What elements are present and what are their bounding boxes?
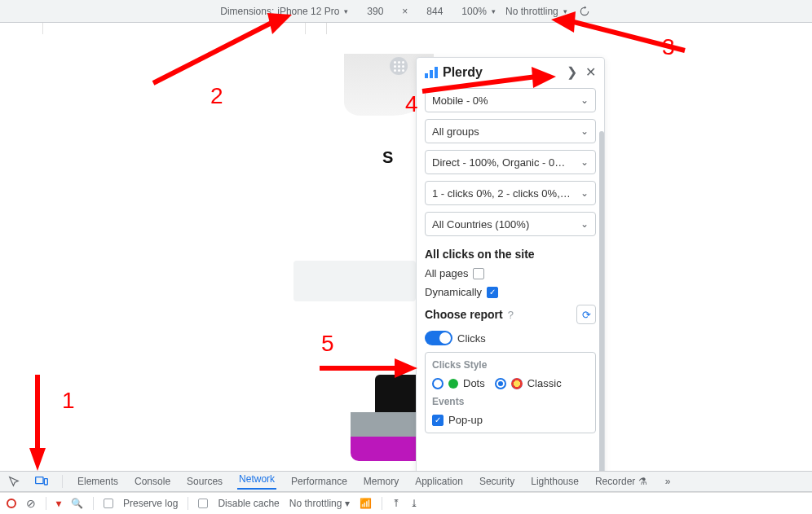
annotation-5: 5 — [321, 331, 334, 357]
clicks-label: Clicks — [457, 332, 486, 345]
section-title: All clicks on the site — [425, 248, 596, 261]
device-width[interactable]: 390 — [358, 6, 392, 17]
clicks-toggle[interactable] — [425, 331, 452, 345]
more-tabs-icon[interactable]: » — [665, 476, 671, 487]
close-icon[interactable]: ✕ — [585, 64, 596, 80]
zoom-dropdown[interactable]: 100% — [461, 6, 496, 17]
svg-marker-9 — [532, 67, 556, 88]
svg-rect-0 — [36, 477, 43, 484]
annotation-3: 3 — [662, 34, 675, 60]
clear-button[interactable]: ⊘ — [26, 497, 36, 510]
annotation-arrow-4 — [414, 67, 561, 102]
preserve-log-checkbox[interactable] — [104, 499, 113, 508]
classic-label: Classic — [527, 377, 562, 389]
traffic-select[interactable]: Direct - 100%, Organic - 0… ⌄ — [425, 150, 596, 174]
chevron-down-icon: ⌄ — [580, 156, 589, 168]
scrollbar[interactable] — [599, 131, 604, 488]
events-heading: Events — [432, 396, 589, 407]
svg-line-4 — [153, 23, 271, 83]
disable-cache-checkbox[interactable] — [198, 499, 208, 508]
choose-report-heading: Choose report — [425, 308, 503, 321]
disable-cache-label: Disable cache — [218, 498, 279, 509]
annotation-2: 2 — [210, 83, 223, 109]
network-throttling-dropdown[interactable]: No throttling ▾ — [289, 498, 351, 509]
refresh-button[interactable]: ⟳ — [576, 305, 596, 324]
chevron-down-icon: ⌄ — [580, 94, 589, 106]
collapse-icon[interactable]: ❯ — [567, 64, 577, 80]
chevron-down-icon: ▾ — [345, 498, 350, 509]
clicks-style-card: Clicks Style Dots Classic Events Pop-up — [425, 352, 596, 433]
svg-line-8 — [422, 77, 536, 91]
tab-application[interactable]: Application — [413, 476, 465, 487]
tab-memory[interactable]: Memory — [362, 476, 400, 487]
tab-lighthouse[interactable]: Lighthouse — [529, 476, 580, 487]
popup-checkbox[interactable] — [432, 415, 444, 426]
all-pages-checkbox[interactable] — [473, 268, 484, 279]
product-letter: S — [382, 148, 393, 167]
tab-recorder[interactable]: Recorder ⚗ — [594, 476, 649, 487]
svg-rect-1 — [44, 479, 47, 485]
tab-security[interactable]: Security — [478, 476, 516, 487]
countries-value: All Countries (100%) — [432, 218, 529, 231]
annotation-4: 4 — [405, 91, 418, 117]
target-icon — [511, 378, 523, 389]
all-pages-row: All pages — [425, 267, 596, 279]
countries-select[interactable]: All Countries (100%) ⌄ — [425, 212, 596, 236]
tab-performance[interactable]: Performance — [289, 476, 349, 487]
flask-icon: ⚗ — [638, 476, 647, 487]
x-separator: × — [402, 6, 408, 17]
chevron-down-icon: ⌄ — [580, 187, 589, 199]
tab-sources[interactable]: Sources — [185, 476, 224, 487]
classic-radio[interactable] — [495, 378, 506, 389]
inspect-icon[interactable] — [7, 474, 21, 489]
tab-network[interactable]: Network — [237, 473, 276, 490]
search-icon[interactable]: 🔍 — [71, 498, 83, 509]
export-icon[interactable]: ⤓ — [410, 498, 418, 509]
svg-marker-3 — [29, 448, 46, 471]
help-icon[interactable]: ? — [508, 309, 514, 321]
dynamically-label: Dynamically — [425, 286, 482, 298]
clicks-value: 1 - clicks 0%, 2 - clicks 0%, … — [432, 187, 571, 200]
all-pages-label: All pages — [425, 267, 468, 279]
svg-marker-7 — [551, 11, 576, 33]
dots-label: Dots — [463, 377, 485, 389]
product-card — [293, 261, 416, 301]
clicks-style-heading: Clicks Style — [432, 359, 589, 371]
annotation-1: 1 — [62, 388, 75, 414]
dots-radio[interactable] — [432, 378, 444, 389]
tab-elements[interactable]: Elements — [76, 476, 120, 487]
annotation-arrow-2 — [145, 10, 300, 94]
tab-console[interactable]: Console — [133, 476, 172, 487]
dot-icon — [448, 379, 458, 389]
network-toolbar: ⊘ ▾ 🔍 Preserve log Disable cache No thro… — [0, 492, 812, 514]
filter-icon[interactable]: ▾ — [56, 498, 61, 509]
devtools-tabs: Elements Console Sources Network Perform… — [0, 471, 812, 492]
popup-label: Pop-up — [448, 414, 483, 426]
network-throttling-value: No throttling — [289, 498, 342, 509]
svg-marker-5 — [267, 13, 292, 34]
dynamically-checkbox[interactable] — [487, 287, 498, 298]
clicks-select[interactable]: 1 - clicks 0%, 2 - clicks 0%, … ⌄ — [425, 181, 596, 205]
device-height[interactable]: 844 — [417, 6, 452, 17]
chevron-down-icon: ⌄ — [580, 125, 589, 137]
annotation-arrow-1 — [28, 375, 52, 475]
svg-marker-11 — [395, 358, 417, 378]
preserve-log-label: Preserve log — [123, 498, 178, 509]
panel-drag-handle[interactable] — [390, 57, 408, 75]
clicks-toggle-row: Clicks — [425, 331, 596, 345]
record-button[interactable] — [7, 499, 16, 508]
wifi-icon[interactable]: 📶 — [360, 498, 372, 509]
traffic-value: Direct - 100%, Organic - 0… — [432, 156, 565, 169]
groups-value: All groups — [432, 125, 479, 138]
plerdy-panel: Plerdy ❯ ✕ Mobile - 0% ⌄ All groups ⌄ Di… — [416, 57, 605, 489]
chevron-down-icon: ⌄ — [580, 218, 589, 230]
import-icon[interactable]: ⤒ — [392, 498, 400, 509]
dynamically-row: Dynamically — [425, 286, 596, 298]
device-toggle-icon[interactable] — [34, 474, 49, 489]
zoom-value: 100% — [461, 6, 487, 17]
groups-select[interactable]: All groups ⌄ — [425, 119, 596, 143]
annotation-arrow-5 — [316, 358, 422, 385]
